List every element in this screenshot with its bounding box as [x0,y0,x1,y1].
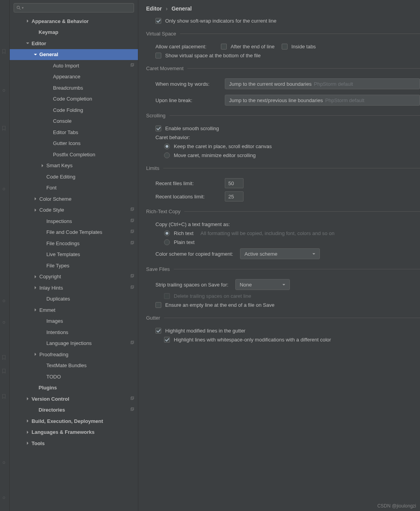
tree-item-console[interactable]: Console [10,116,138,127]
tree-item-label: TODO [46,374,61,380]
divider [164,318,420,318]
tree-item-duplicates[interactable]: Duplicates [10,294,138,305]
tree-item-emmet[interactable]: Emmet [10,304,138,316]
svg-rect-19 [131,286,133,288]
tree-item-color-scheme[interactable]: Color Scheme [10,193,138,205]
search-input[interactable] [25,5,131,11]
search-input-box[interactable]: ▾ [14,3,134,12]
scheme-label: Color scheme for copied fragment: [155,251,233,257]
section-title: Gutter [146,315,160,321]
del-caret-checkbox[interactable]: Delete trailing spaces on caret line [164,293,251,299]
tree-item-code-style[interactable]: Code Style [10,205,138,216]
recent-files-label: Recent files limit: [155,180,218,186]
tree-item-code-completion[interactable]: Code Completion [10,94,138,105]
tree-item-images[interactable]: Images [10,316,138,327]
tree-item-code-folding[interactable]: Code Folding [10,104,138,116]
svg-rect-15 [131,242,133,244]
rich-label: Rich text [174,230,194,236]
svg-rect-7 [131,64,133,66]
tree-item-file-encodings[interactable]: File Encodings [10,238,138,249]
line-break-combo[interactable]: Jump to the next/previous line boundarie… [225,95,420,106]
tree-item-appearance-behavior[interactable]: Appearance & Behavior [10,16,138,27]
tree-item-postfix-completion[interactable]: Postfix Completion [10,149,138,160]
section-gutter: Gutter Highlight modified lines in the g… [146,315,420,343]
svg-rect-9 [131,208,133,210]
show-bottom-checkbox[interactable]: Show virtual space at the bottom of the … [155,53,261,58]
tree-item-smart-keys[interactable]: Smart Keys [10,160,138,172]
keep-caret-radio[interactable]: Keep the caret in place, scroll editor c… [164,143,272,149]
tree-item-label: Editor [32,41,46,46]
tree-item-label: Appearance & Behavior [32,18,89,24]
tree-item-file-and-code-templates[interactable]: File and Code Templates [10,227,138,238]
svg-rect-10 [132,207,134,210]
tree-item-todo[interactable]: TODO [10,371,138,382]
hl-ws-checkbox[interactable]: Highlight lines with whitespace-only mod… [164,337,331,343]
hl-mod-label: Highlight modified lines in the gutter [165,328,245,334]
section-title: Limits [146,165,159,171]
copy-icon [130,340,135,346]
ensure-empty-checkbox[interactable]: Ensure an empty line at the end of a fil… [155,302,274,308]
recent-loc-input[interactable] [225,191,244,202]
move-caret-radio[interactable]: Move caret, minimize editor scrolling [164,152,256,158]
tree-item-languages-frameworks[interactable]: Languages & Frameworks [10,427,138,438]
show-bottom-label: Show virtual space at the bottom of the … [165,53,261,58]
tree-item-inspections[interactable]: Inspections [10,216,138,227]
tree-item-label: General [39,51,58,57]
settings-tree[interactable]: Appearance & BehaviorKeymapEditorGeneral… [10,16,138,511]
tree-item-version-control[interactable]: Version Control [10,393,138,405]
tree-item-plugins[interactable]: Plugins [10,382,138,394]
tree-item-breadcrumbs[interactable]: Breadcrumbs [10,82,138,94]
checkbox-icon [164,337,170,343]
tree-item-tools[interactable]: Tools [10,438,138,449]
checkbox-icon [155,53,161,58]
tree-item-gutter-icons[interactable]: Gutter Icons [10,138,138,149]
section-save-files: Save Files Strip trailing spaces on Save… [146,266,420,308]
settings-content: Editor › General Only show soft-wrap ind… [138,0,420,511]
tree-item-proofreading[interactable]: Proofreading [10,349,138,360]
by-words-combo[interactable]: Jump to the current word boundariesPhpSt… [225,78,420,89]
tree-item-live-templates[interactable]: Live Templates [10,249,138,260]
tree-item-appearance[interactable]: Appearance [10,71,138,83]
tree-item-editor[interactable]: Editor [10,38,138,49]
copy-icon [130,218,135,224]
tree-item-file-types[interactable]: File Types [10,260,138,271]
tree-item-code-editing[interactable]: Code Editing [10,171,138,182]
scheme-combo[interactable]: Active scheme [240,248,320,259]
recent-files-input[interactable] [225,178,244,188]
tree-item-label: Postfix Completion [53,152,95,157]
tree-item-general[interactable]: General [10,49,138,60]
plain-text-radio[interactable]: Plain text [164,239,194,245]
tree-item-label: Duplicates [46,296,70,302]
soft-wrap-checkbox[interactable]: Only show soft-wrap indicators for the c… [155,18,276,24]
tree-item-build-execution-deployment[interactable]: Build, Execution, Deployment [10,416,138,427]
tree-item-label: Build, Execution, Deployment [32,418,103,424]
bookmark-icon [1,126,7,131]
chevron-down-icon [33,53,38,56]
divider [187,68,420,69]
inside-tabs-checkbox[interactable]: Inside tabs [282,44,316,50]
tree-item-textmate-bundles[interactable]: TextMate Bundles [10,360,138,371]
tree-item-label: Code Completion [53,96,92,102]
hl-mod-checkbox[interactable]: Highlight modified lines in the gutter [155,328,245,334]
tree-item-copyright[interactable]: Copyright [10,271,138,283]
tree-item-auto-import[interactable]: Auto Import [10,60,138,71]
breadcrumb-a[interactable]: Editor [146,5,162,12]
tree-item-directories[interactable]: Directories [10,405,138,416]
tree-item-keymap[interactable]: Keymap [10,27,138,38]
combo-hint: PhpStorm default [314,81,353,87]
section-title: Virtual Space [146,31,176,37]
rich-text-radio[interactable]: Rich text [164,230,194,236]
chevron-right-icon [25,419,30,423]
tree-item-inlay-hints[interactable]: Inlay Hints [10,282,138,294]
after-eol-checkbox[interactable]: After the end of line [221,44,275,50]
tree-item-intentions[interactable]: Intentions [10,327,138,338]
tree-item-font[interactable]: Font [10,182,138,194]
smooth-scroll-checkbox[interactable]: Enable smooth scrolling [155,126,219,131]
tree-item-label: File and Code Templates [46,229,102,235]
chevron-right-icon [33,197,38,200]
tree-item-language-injections[interactable]: Language Injections [10,338,138,349]
tree-item-label: Tools [32,440,45,446]
strip-combo[interactable]: None [235,279,290,290]
chevron-right-icon [33,308,38,311]
tree-item-editor-tabs[interactable]: Editor Tabs [10,127,138,138]
